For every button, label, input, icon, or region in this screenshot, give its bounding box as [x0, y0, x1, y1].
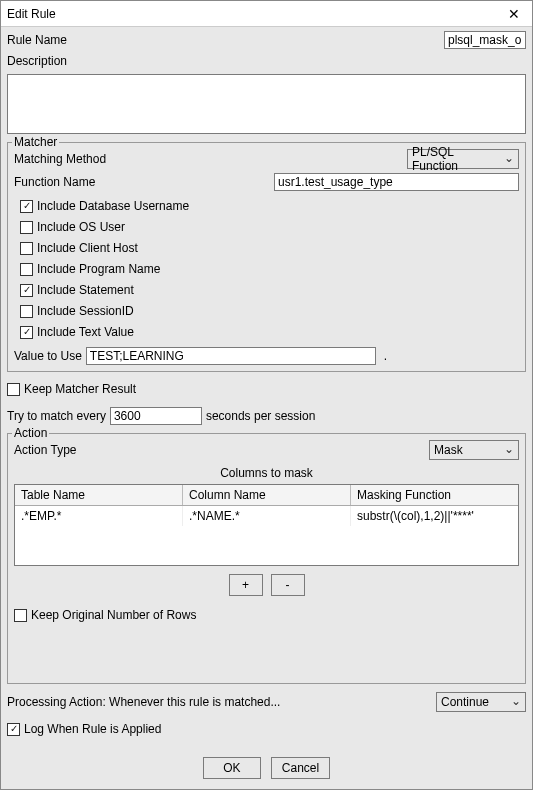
include-sessionid-checkbox[interactable] [20, 305, 33, 318]
td-masking-function[interactable]: substr(\(col),1,2)||'****' [351, 506, 518, 526]
include-sessionid-label: Include SessionID [37, 304, 134, 318]
function-name-input[interactable] [274, 173, 519, 191]
include-os-user-label: Include OS User [37, 220, 125, 234]
description-label: Description [7, 54, 67, 68]
keep-matcher-result-checkbox[interactable] [7, 383, 20, 396]
table-row[interactable]: .*EMP.* .*NAME.* substr(\(col),1,2)||'**… [15, 506, 518, 526]
include-statement-label: Include Statement [37, 283, 134, 297]
processing-action-label: Processing Action: Whenever this rule is… [7, 695, 280, 709]
matcher-group: Matcher Matching Method PL/SQL Function … [7, 142, 526, 372]
value-to-use-label: Value to Use [14, 349, 82, 363]
keep-original-rows-checkbox[interactable] [14, 609, 27, 622]
processing-action-select[interactable]: Continue [436, 692, 526, 712]
td-table-name[interactable]: .*EMP.* [15, 506, 183, 526]
td-column-name[interactable]: .*NAME.* [183, 506, 351, 526]
description-input[interactable] [7, 74, 526, 134]
columns-to-mask-header: Columns to mask [14, 466, 519, 480]
include-db-username-label: Include Database Username [37, 199, 189, 213]
table-header: Table Name Column Name Masking Function [15, 485, 518, 506]
matching-method-label: Matching Method [14, 152, 106, 166]
include-db-username-checkbox[interactable] [20, 200, 33, 213]
columns-table[interactable]: Table Name Column Name Masking Function … [14, 484, 519, 566]
rule-name-input[interactable] [444, 31, 526, 49]
keep-original-rows-label: Keep Original Number of Rows [31, 608, 196, 622]
ok-button[interactable]: OK [203, 757, 261, 779]
dialog-content: Rule Name Description Matcher Matching M… [1, 27, 532, 789]
processing-action-value: Continue [441, 695, 489, 709]
close-icon[interactable]: ✕ [502, 4, 526, 24]
keep-matcher-result-label: Keep Matcher Result [24, 382, 136, 396]
add-row-button[interactable]: + [229, 574, 263, 596]
try-match-prefix: Try to match every [7, 409, 106, 423]
matching-method-value: PL/SQL Function [412, 145, 500, 173]
delete-row-button[interactable]: - [271, 574, 305, 596]
action-type-label: Action Type [14, 443, 76, 457]
edit-rule-dialog: Edit Rule ✕ Rule Name Description Matche… [0, 0, 533, 790]
value-to-use-suffix: . [384, 349, 387, 363]
action-group: Action Action Type Mask Columns to mask … [7, 433, 526, 684]
th-column-name: Column Name [183, 485, 351, 505]
log-when-applied-checkbox[interactable] [7, 723, 20, 736]
include-statement-checkbox[interactable] [20, 284, 33, 297]
rule-name-label: Rule Name [7, 33, 67, 47]
value-to-use-input[interactable] [86, 347, 376, 365]
action-type-select[interactable]: Mask [429, 440, 519, 460]
include-text-value-label: Include Text Value [37, 325, 134, 339]
th-table-name: Table Name [15, 485, 183, 505]
matching-method-select[interactable]: PL/SQL Function [407, 149, 519, 169]
matcher-group-title: Matcher [12, 135, 59, 149]
include-os-user-checkbox[interactable] [20, 221, 33, 234]
action-group-title: Action [12, 426, 49, 440]
include-client-host-checkbox[interactable] [20, 242, 33, 255]
window-title: Edit Rule [7, 7, 56, 21]
function-name-label: Function Name [14, 175, 274, 189]
th-masking-function: Masking Function [351, 485, 518, 505]
try-match-suffix: seconds per session [206, 409, 315, 423]
include-text-value-checkbox[interactable] [20, 326, 33, 339]
log-when-applied-label: Log When Rule is Applied [24, 722, 161, 736]
include-program-name-checkbox[interactable] [20, 263, 33, 276]
include-program-name-label: Include Program Name [37, 262, 160, 276]
cancel-button[interactable]: Cancel [271, 757, 330, 779]
include-client-host-label: Include Client Host [37, 241, 138, 255]
action-type-value: Mask [434, 443, 463, 457]
try-match-interval-input[interactable] [110, 407, 202, 425]
titlebar: Edit Rule ✕ [1, 1, 532, 27]
